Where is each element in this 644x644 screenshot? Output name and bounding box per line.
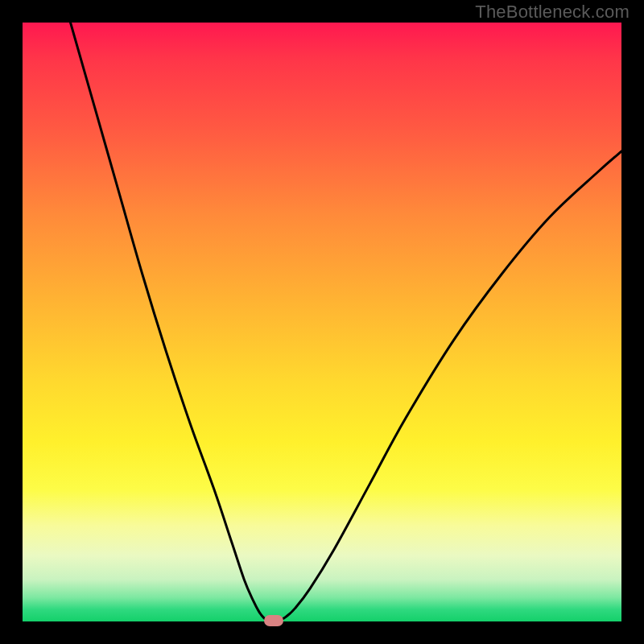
curve-layer	[23, 23, 621, 621]
watermark-text: TheBottleneck.com	[475, 2, 630, 23]
minimum-marker	[264, 615, 283, 626]
chart-frame: TheBottleneck.com	[0, 0, 644, 644]
curve-left-branch	[71, 23, 269, 621]
curve-right-branch	[280, 151, 621, 621]
plot-area	[23, 23, 621, 621]
